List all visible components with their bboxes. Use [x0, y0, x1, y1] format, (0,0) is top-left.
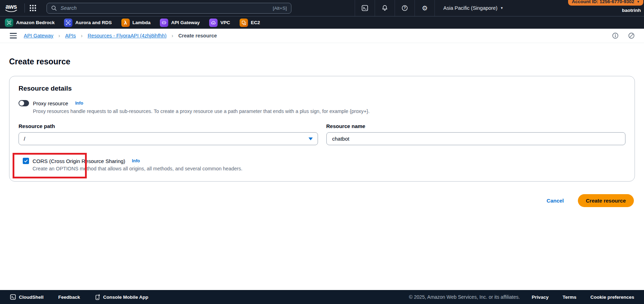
copyright-text: © 2025, Amazon Web Services, Inc. or its…: [409, 294, 520, 300]
proxy-info-link[interactable]: Info: [75, 101, 83, 106]
cors-description: Create an OPTIONS method that allows all…: [33, 166, 628, 171]
create-resource-button[interactable]: Create resource: [578, 194, 634, 207]
resource-name-label: Resource name: [326, 123, 626, 129]
footer-right: © 2025, Amazon Web Services, Inc. or its…: [409, 294, 636, 300]
username-label: baotrinh: [622, 8, 641, 13]
favorites-bar: Amazon Bedrock Aurora and RDS λ Lambda: [0, 16, 644, 29]
rds-service-icon: [64, 19, 72, 27]
feedback-label: Feedback: [58, 295, 80, 300]
nav-separator: [415, 0, 415, 16]
account-id-label: Account ID: 1256-6770-9302: [572, 0, 634, 4]
help-icon[interactable]: ?: [401, 5, 408, 12]
aws-logo-text: aws: [6, 4, 17, 9]
breadcrumb-link-resources[interactable]: Resources - FlyoraAPI (4zhj8ihfhh): [87, 33, 167, 38]
favorite-lambda[interactable]: λ Lambda: [121, 19, 151, 27]
favorite-api-gateway[interactable]: API Gateway: [160, 19, 200, 27]
svg-text:?: ?: [404, 6, 406, 10]
chevron-down-icon: ▼: [637, 0, 640, 3]
favorite-aurora-and-rds[interactable]: Aurora and RDS: [64, 19, 112, 27]
main-content: Create resource Resource details Proxy r…: [0, 43, 644, 290]
breadcrumb-chevron-icon: ›: [81, 33, 83, 38]
cors-section: CORS (Cross Origin Resource Sharing) Inf…: [19, 158, 628, 171]
side-menu-hamburger-icon[interactable]: [10, 33, 17, 38]
resource-details-card: Resource details Proxy resource Info Pro…: [9, 76, 635, 182]
card-title: Resource details: [19, 85, 628, 92]
privacy-link[interactable]: Privacy: [530, 294, 551, 300]
breadcrumb-right-icons: [612, 32, 635, 39]
resource-name-input-wrap: [326, 132, 626, 145]
favorite-label: VPC: [220, 20, 230, 25]
breadcrumb-link-apis[interactable]: APIs: [65, 33, 76, 38]
toggle-knob: [19, 101, 24, 106]
proxy-resource-label: Proxy resource: [33, 100, 68, 106]
console-mobile-app-button[interactable]: Console Mobile App: [93, 294, 150, 301]
favorite-label: EC2: [251, 20, 260, 25]
nav-right-controls: ? ⚙ Asia Pacific (Singapore) ▼: [355, 0, 512, 16]
cors-info-link[interactable]: Info: [132, 158, 140, 163]
resource-name-field: Resource name: [326, 123, 626, 145]
bedrock-service-icon: [5, 19, 13, 27]
feedback-button[interactable]: Feedback: [56, 294, 82, 300]
cors-checkbox[interactable]: [23, 158, 29, 164]
page-title: Create resource: [9, 57, 635, 66]
breadcrumb-chevron-icon: ›: [58, 33, 60, 38]
cors-row: CORS (Cross Origin Resource Sharing) Inf…: [23, 158, 628, 164]
nav-separator: [395, 0, 395, 16]
account-id-badge[interactable]: Account ID: 1256-6770-9302 ▼: [568, 0, 643, 6]
grid-dots: [30, 5, 36, 11]
resource-path-value: /: [24, 136, 25, 142]
favorite-amazon-bedrock[interactable]: Amazon Bedrock: [5, 19, 55, 27]
console-mobile-app-label: Console Mobile App: [103, 295, 148, 300]
proxy-resource-row: Proxy resource Info: [19, 100, 628, 106]
apps-grid-icon[interactable]: [27, 2, 39, 14]
resource-name-input[interactable]: [332, 135, 621, 142]
region-label: Asia Pacific (Singapore): [443, 5, 497, 11]
terms-link[interactable]: Terms: [560, 294, 579, 300]
vpc-service-icon: [209, 19, 218, 27]
console-footer: CloudShell Feedback Console Mobile App ©…: [0, 290, 644, 304]
info-panel-icon[interactable]: [612, 32, 619, 39]
notifications-bell-icon[interactable]: [381, 5, 388, 12]
ec2-service-icon: [240, 19, 248, 27]
select-caret-icon: [309, 137, 313, 140]
chevron-down-icon: ▼: [500, 6, 503, 10]
cloudshell-button[interactable]: CloudShell: [8, 294, 46, 301]
checkmark-icon: [23, 158, 28, 163]
favorite-label: Amazon Bedrock: [16, 20, 55, 25]
cors-label: CORS (Cross Origin Resource Sharing): [33, 158, 125, 164]
form-actions: Cancel Create resource: [9, 194, 635, 207]
resource-path-label: Resource path: [19, 123, 318, 129]
breadcrumb-link-api-gateway[interactable]: API Gateway: [24, 33, 54, 38]
resource-path-select[interactable]: /: [19, 132, 318, 145]
region-selector[interactable]: Asia Pacific (Singapore) ▼: [441, 5, 505, 11]
cloudshell-terminal-icon: [10, 294, 16, 300]
search-icon: [51, 5, 57, 11]
aws-console: aws [Alt+S]: [0, 0, 644, 304]
mobile-phone-icon: [95, 294, 100, 300]
cloudshell-label: CloudShell: [19, 295, 44, 300]
nav-separator: [355, 0, 355, 16]
breadcrumb-chevron-icon: ›: [172, 33, 174, 38]
aws-logo[interactable]: aws: [5, 4, 17, 13]
aws-smile-icon: [5, 9, 17, 13]
settings-gear-icon[interactable]: ⚙: [421, 5, 428, 12]
fields-row: Resource path / Resource name: [19, 123, 628, 145]
lambda-service-icon: λ: [121, 19, 130, 27]
favorite-label: Aurora and RDS: [75, 20, 112, 25]
cloudshell-terminal-icon[interactable]: [361, 5, 368, 12]
proxy-resource-toggle[interactable]: [19, 100, 29, 106]
favorite-ec2[interactable]: EC2: [240, 19, 260, 27]
favorite-vpc[interactable]: VPC: [209, 19, 230, 27]
search-bar[interactable]: [Alt+S]: [47, 3, 291, 14]
cookie-preferences-link[interactable]: Cookie preferences: [588, 294, 636, 300]
breadcrumb-bar: API Gateway › APIs › Resources - FlyoraA…: [0, 29, 644, 43]
favorite-label: Lambda: [133, 20, 151, 25]
no-symbol-icon[interactable]: [628, 32, 635, 39]
favorite-label: API Gateway: [171, 20, 200, 25]
proxy-resource-description: Proxy resources handle requests to all s…: [33, 108, 628, 114]
nav-separator: [434, 0, 435, 16]
cancel-button[interactable]: Cancel: [545, 197, 566, 204]
search-input[interactable]: [60, 5, 270, 11]
breadcrumb-current-page: Create resource: [178, 33, 217, 38]
search-shortcut-hint: [Alt+S]: [273, 6, 287, 11]
